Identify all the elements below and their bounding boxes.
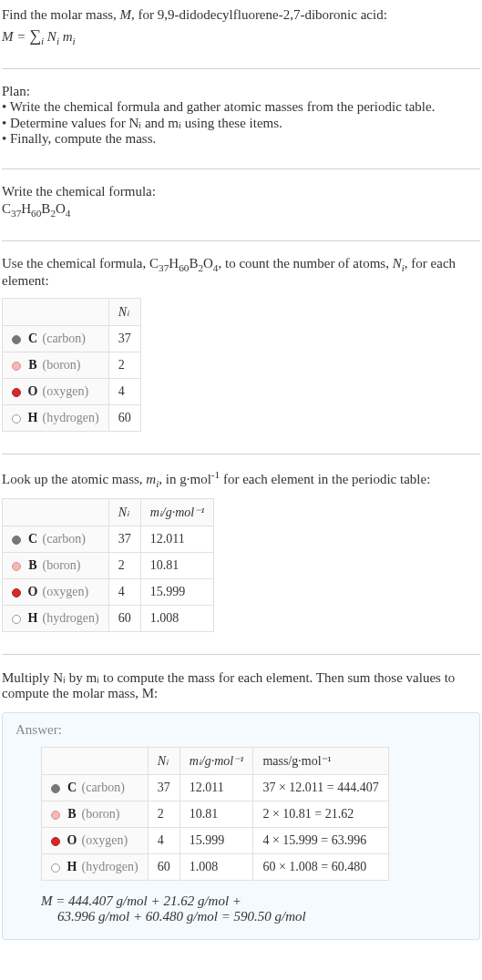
element-dot-icon xyxy=(12,536,21,545)
col-ni: Nᵢ xyxy=(108,299,140,326)
element-dot-icon xyxy=(51,837,60,846)
element-dot-icon xyxy=(12,414,21,424)
element-cell: C (carbon) xyxy=(42,775,149,801)
final-text: Multiply Nᵢ by mᵢ to compute the mass fo… xyxy=(2,670,455,700)
col-blank xyxy=(42,748,149,775)
mass-table: Nᵢ mᵢ/g·mol⁻¹ C (carbon)3712.011B (boron… xyxy=(2,498,214,632)
mass-cell: 4 × 15.999 = 63.996 xyxy=(253,828,388,854)
element-dot-icon xyxy=(12,362,21,371)
ni-cell: 4 xyxy=(148,828,179,854)
final-text-block: Multiply Nᵢ by mᵢ to compute the mass fo… xyxy=(2,669,480,707)
ni-cell: 60 xyxy=(148,854,179,881)
element-dot-icon xyxy=(12,588,21,597)
col-mi: mᵢ/g·mol⁻¹ xyxy=(179,748,253,775)
col-ni: Nᵢ xyxy=(108,499,140,526)
divider xyxy=(2,68,480,69)
plan-item-3: • Finally, compute the mass. xyxy=(2,131,480,147)
plan-block: Plan: • Write the chemical formula and g… xyxy=(2,84,480,161)
table-row: O (oxygen)415.9994 × 15.999 = 63.996 xyxy=(42,828,389,854)
table-row: C (carbon)3712.01137 × 12.011 = 444.407 xyxy=(42,775,389,801)
col-mi: mᵢ/g·mol⁻¹ xyxy=(140,499,214,526)
final-equation: M = 444.407 g/mol + 21.62 g/mol + 63.996… xyxy=(41,893,467,924)
element-cell: H (hydrogen) xyxy=(3,606,109,632)
table-row: C (carbon)37 xyxy=(3,326,141,352)
divider xyxy=(2,654,480,655)
divider xyxy=(2,454,480,454)
count-block: Use the chemical formula, C37H60B2O4, to… xyxy=(2,256,480,446)
divider xyxy=(2,168,480,169)
mass-block: Look up the atomic mass, mi, in g·mol-1 … xyxy=(2,469,480,647)
mi-cell: 12.011 xyxy=(140,526,214,553)
chemical-formula-block: Write the chemical formula: C37H60B2O4 xyxy=(2,184,480,233)
element-dot-icon xyxy=(12,388,21,397)
intro-var-M: M xyxy=(120,7,132,22)
mi-cell: 15.999 xyxy=(140,579,214,606)
element-dot-icon xyxy=(51,784,60,793)
element-cell: C (carbon) xyxy=(3,326,109,352)
plan-item-1: • Write the chemical formula and gather … xyxy=(2,99,480,115)
table-row: H (hydrogen)60 xyxy=(3,405,141,432)
table-row: O (oxygen)4 xyxy=(3,379,141,405)
answer-table: Nᵢ mᵢ/g·mol⁻¹ mass/g·mol⁻¹ C (carbon)371… xyxy=(41,747,389,881)
mass-cell: 2 × 10.81 = 21.62 xyxy=(253,801,388,828)
element-cell: C (carbon) xyxy=(3,526,109,553)
mass-text: Look up the atomic mass, mi, in g·mol-1 … xyxy=(2,469,480,489)
ni-cell: 37 xyxy=(108,526,140,553)
ni-cell: 60 xyxy=(108,606,140,632)
ni-cell: 2 xyxy=(108,553,140,579)
divider xyxy=(2,240,480,241)
element-dot-icon xyxy=(12,335,21,344)
element-cell: H (hydrogen) xyxy=(3,405,109,432)
intro-text: Find the molar mass, M, for 9,9-didodecy… xyxy=(2,7,480,23)
ni-cell: 60 xyxy=(108,405,140,432)
ni-cell: 4 xyxy=(108,379,140,405)
intro-prefix: Find the molar mass, xyxy=(2,7,120,22)
ni-cell: 2 xyxy=(108,352,140,379)
mass-cell: 60 × 1.008 = 60.480 xyxy=(253,854,388,881)
mass-cell: 37 × 12.011 = 444.407 xyxy=(253,775,388,801)
element-cell: O (oxygen) xyxy=(3,379,109,405)
element-cell: B (boron) xyxy=(3,553,109,579)
element-cell: B (boron) xyxy=(3,352,109,379)
element-dot-icon xyxy=(12,562,21,571)
table-row: O (oxygen)415.999 xyxy=(3,579,214,606)
table-row: B (boron)210.81 xyxy=(3,553,214,579)
count-table: Nᵢ C (carbon)37B (boron)2O (oxygen)4H (h… xyxy=(2,298,141,432)
element-cell: B (boron) xyxy=(42,801,149,828)
element-cell: O (oxygen) xyxy=(3,579,109,606)
col-ni: Nᵢ xyxy=(148,748,179,775)
element-dot-icon xyxy=(51,811,60,820)
answer-box: Answer: Nᵢ mᵢ/g·mol⁻¹ mass/g·mol⁻¹ C (ca… xyxy=(2,712,480,940)
molar-mass-formula: M = ∑i Ni mi xyxy=(2,26,480,46)
ni-cell: 4 xyxy=(108,579,140,606)
intro-block: Find the molar mass, M, for 9,9-didodecy… xyxy=(2,7,480,61)
intro-mid: , for 9,9-didodecylfluorene-2,7-diboroni… xyxy=(131,7,387,22)
col-blank xyxy=(3,499,109,526)
ni-cell: 37 xyxy=(108,326,140,352)
col-mass: mass/g·mol⁻¹ xyxy=(253,748,388,775)
table-row: H (hydrogen)601.008 xyxy=(3,606,214,632)
final-line1: M = 444.407 g/mol + 21.62 g/mol + xyxy=(41,893,467,909)
mi-cell: 10.81 xyxy=(179,801,253,828)
table-row: B (boron)210.812 × 10.81 = 21.62 xyxy=(42,801,389,828)
mi-cell: 1.008 xyxy=(179,854,253,881)
element-dot-icon xyxy=(51,863,60,873)
plan-title: Plan: xyxy=(2,84,480,99)
col-blank xyxy=(3,299,109,326)
mi-cell: 10.81 xyxy=(140,553,214,579)
mi-cell: 12.011 xyxy=(179,775,253,801)
answer-label: Answer: xyxy=(15,722,467,738)
element-dot-icon xyxy=(12,615,21,624)
mi-cell: 1.008 xyxy=(140,606,214,632)
table-row: B (boron)2 xyxy=(3,352,141,379)
final-line2: 63.996 g/mol + 60.480 g/mol = 590.50 g/m… xyxy=(41,909,467,924)
table-row: C (carbon)3712.011 xyxy=(3,526,214,553)
count-text: Use the chemical formula, C37H60B2O4, to… xyxy=(2,256,480,289)
table-row: H (hydrogen)601.00860 × 1.008 = 60.480 xyxy=(42,854,389,881)
element-cell: O (oxygen) xyxy=(42,828,149,854)
chemical-formula: C37H60B2O4 xyxy=(2,201,480,219)
answer-inner: Nᵢ mᵢ/g·mol⁻¹ mass/g·mol⁻¹ C (carbon)371… xyxy=(15,747,467,924)
chemical-formula-label: Write the chemical formula: xyxy=(2,184,480,199)
element-cell: H (hydrogen) xyxy=(42,854,149,881)
ni-cell: 37 xyxy=(148,775,179,801)
